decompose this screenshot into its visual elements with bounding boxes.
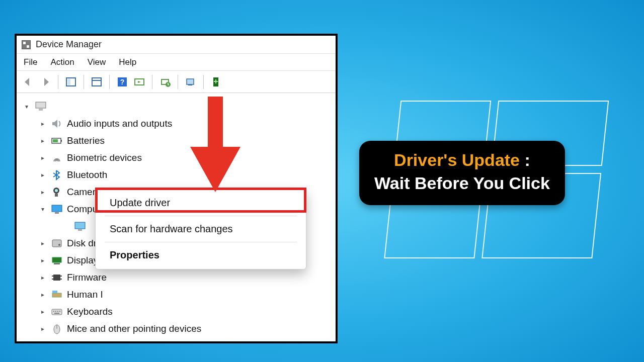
chevron-right-icon[interactable]: [39, 189, 47, 196]
chevron-right-icon[interactable]: [39, 154, 47, 161]
tree-item-batteries[interactable]: Batteries: [21, 132, 332, 149]
monitor-icon: [51, 340, 63, 341]
svg-point-25: [58, 244, 60, 246]
separator: [58, 75, 58, 89]
tree-item-audio[interactable]: Audio inputs and outputs: [21, 115, 332, 132]
update-driver-icon[interactable]: [157, 74, 173, 89]
chevron-right-icon[interactable]: [39, 137, 47, 144]
context-scan-hardware[interactable]: Scan for hardware changes: [96, 218, 306, 240]
svg-rect-19: [55, 194, 58, 197]
svg-rect-38: [57, 311, 58, 312]
device-manager-icon: [22, 40, 31, 49]
disk-icon: [51, 238, 63, 249]
forward-icon[interactable]: [38, 74, 53, 89]
separator: [203, 75, 204, 89]
svg-rect-10: [188, 84, 192, 85]
tree-label: Monitors: [67, 340, 104, 341]
window-title: Device Manager: [36, 39, 102, 50]
tree-item-biometric[interactable]: Biometric devices: [21, 149, 332, 166]
tree-label: Bluetooth: [67, 169, 107, 180]
context-menu: Update driver Scan for hardware changes …: [95, 189, 306, 269]
svg-rect-39: [59, 311, 60, 312]
tree-label: Human I: [67, 289, 103, 300]
svg-rect-40: [54, 313, 59, 314]
svg-rect-35: [52, 309, 62, 315]
titlebar: Device Manager: [17, 36, 336, 54]
svg-rect-37: [55, 311, 56, 312]
scan-hardware-icon[interactable]: [132, 74, 147, 89]
keyboard-icon: [51, 306, 63, 317]
caption-pill: Driver's Update : Wait Before You Click: [359, 141, 565, 205]
tree-label: Mice and other pointing devices: [67, 323, 201, 334]
camera-icon: [51, 187, 63, 198]
chevron-right-icon[interactable]: [39, 308, 47, 315]
tree-root[interactable]: [21, 98, 332, 115]
separator: [84, 75, 84, 89]
toolbar: ?: [17, 71, 336, 93]
speaker-icon: [51, 118, 63, 129]
stage: Device Manager File Action View Help: [0, 0, 644, 362]
battery-icon: [51, 135, 63, 146]
menu-view[interactable]: View: [88, 57, 106, 67]
back-icon[interactable]: [21, 74, 36, 89]
svg-rect-21: [55, 212, 59, 214]
tree-item-monitors[interactable]: Monitors: [21, 337, 332, 341]
caption-line1-colon: :: [520, 150, 530, 169]
add-legacy-hardware-icon[interactable]: [209, 74, 224, 89]
fingerprint-icon: [51, 152, 63, 163]
monitor-icon: [51, 204, 63, 215]
svg-rect-23: [78, 229, 82, 231]
svg-rect-20: [52, 205, 62, 212]
show-hide-tree-icon[interactable]: [63, 74, 78, 89]
tree-label: Batteries: [67, 135, 105, 146]
svg-rect-33: [52, 293, 61, 297]
chevron-right-icon[interactable]: [39, 171, 47, 178]
chevron-right-icon[interactable]: [39, 325, 47, 332]
menu-action[interactable]: Action: [50, 57, 74, 67]
chevron-right-icon[interactable]: [39, 291, 47, 298]
monitor-icon: [74, 221, 86, 232]
chevron-down-icon[interactable]: [39, 206, 47, 213]
svg-rect-16: [53, 139, 58, 142]
tree-item-hid[interactable]: Human I: [21, 286, 332, 303]
separator: [105, 216, 297, 216]
svg-text:?: ?: [120, 78, 125, 86]
chevron-down-icon[interactable]: [23, 103, 31, 110]
svg-rect-1: [67, 79, 70, 85]
context-update-driver[interactable]: Update driver: [96, 192, 306, 214]
menu-file[interactable]: File: [24, 57, 37, 67]
hid-icon: [51, 289, 63, 300]
help-icon[interactable]: ?: [115, 74, 130, 89]
chip-icon: [51, 272, 63, 283]
caption-line2: Wait Before You Click: [374, 173, 550, 193]
tree-label: Audio inputs and outputs: [67, 118, 172, 129]
display-adapter-icon: [51, 255, 63, 266]
svg-rect-22: [75, 222, 85, 229]
svg-rect-13: [39, 109, 43, 111]
uninstall-device-icon[interactable]: [183, 74, 198, 89]
tree-label: Firmware: [67, 272, 107, 283]
tree-item-bluetooth[interactable]: Bluetooth: [21, 166, 332, 184]
menu-help[interactable]: Help: [119, 57, 136, 67]
properties-icon[interactable]: [89, 74, 104, 89]
tree-label: Keyboards: [67, 306, 113, 317]
svg-rect-26: [52, 257, 61, 262]
bluetooth-icon: [51, 169, 63, 180]
tree-item-mice[interactable]: Mice and other pointing devices: [21, 320, 332, 337]
menubar: File Action View Help: [17, 54, 336, 71]
context-properties[interactable]: Properties: [96, 244, 306, 266]
tree-item-keyboards[interactable]: Keyboards: [21, 303, 332, 320]
svg-rect-9: [187, 79, 194, 84]
chevron-right-icon[interactable]: [39, 257, 47, 264]
chevron-right-icon[interactable]: [39, 120, 47, 127]
tree-item-firmware[interactable]: Firmware: [21, 269, 332, 286]
tree-label: Biometric devices: [67, 152, 142, 163]
svg-rect-28: [53, 275, 60, 281]
svg-point-18: [55, 189, 58, 192]
chevron-right-icon[interactable]: [39, 240, 47, 247]
svg-rect-27: [54, 263, 60, 264]
chevron-right-icon[interactable]: [39, 274, 47, 281]
mouse-icon: [51, 323, 63, 334]
computer-root-icon: [35, 101, 47, 112]
svg-rect-36: [53, 311, 54, 312]
